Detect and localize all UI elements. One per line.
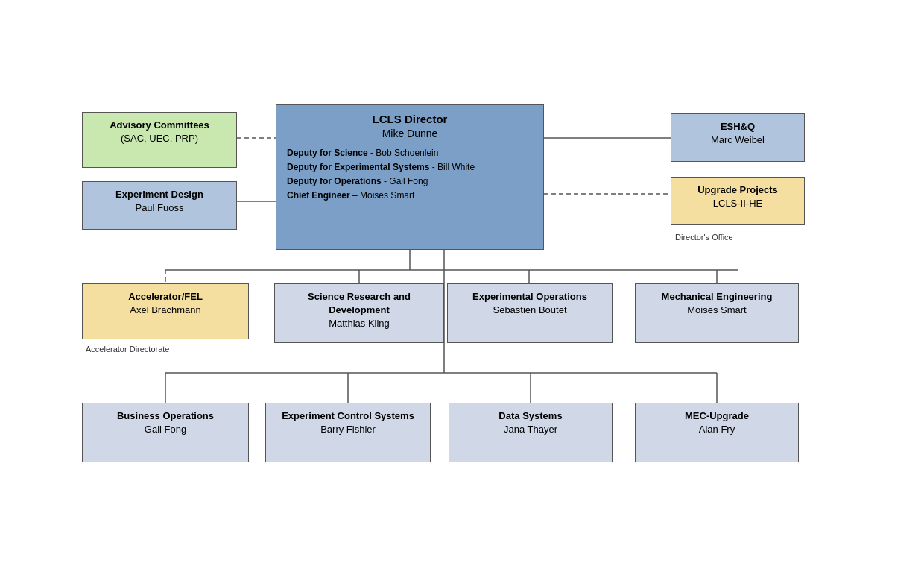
lcls-director-box: LCLS Director Mike Dunne Deputy for Scie… — [276, 104, 544, 250]
science-research-title: Science Research and Development — [282, 290, 436, 317]
accelerator-fel-subtitle: Axel Brachmann — [90, 304, 241, 317]
experimental-operations-title: Experimental Operations — [455, 290, 604, 304]
mec-upgrade-subtitle: Alan Fry — [643, 423, 791, 436]
eshq-subtitle: Marc Weibel — [679, 133, 797, 147]
mechanical-engineering-box: Mechanical Engineering Moises Smart — [635, 283, 799, 343]
experimental-operations-box: Experimental Operations Sebastien Boutet — [447, 283, 613, 343]
data-systems-title: Data Systems — [457, 409, 604, 423]
advisory-committees-title: Advisory Committees — [90, 119, 229, 132]
advisory-committees-subtitle: (SAC, UEC, PRP) — [90, 132, 229, 145]
science-research-subtitle: Matthias Kling — [282, 317, 436, 330]
lcls-director-name: Mike Dunne — [284, 127, 536, 142]
mechanical-engineering-title: Mechanical Engineering — [643, 290, 791, 304]
org-chart: Advisory Committees (SAC, UEC, PRP) Expe… — [0, 0, 924, 578]
accelerator-fel-box: Accelerator/FEL Axel Brachmann — [82, 283, 249, 339]
business-operations-box: Business Operations Gail Fong — [82, 403, 249, 462]
eshq-box: ESH&Q Marc Weibel — [671, 113, 805, 162]
mec-upgrade-box: MEC-Upgrade Alan Fry — [635, 403, 799, 462]
mec-upgrade-title: MEC-Upgrade — [643, 409, 791, 423]
upgrade-projects-title: Upgrade Projects — [679, 183, 797, 197]
accelerator-directorate-label: Accelerator Directorate — [86, 345, 170, 354]
mechanical-engineering-subtitle: Moises Smart — [643, 304, 791, 317]
science-research-box: Science Research and Development Matthia… — [274, 283, 444, 343]
business-operations-title: Business Operations — [90, 409, 241, 423]
experiment-design-title: Experiment Design — [90, 188, 229, 201]
experiment-design-subtitle: Paul Fuoss — [90, 201, 229, 215]
experiment-control-subtitle: Barry Fishler — [273, 423, 423, 436]
experiment-design-box: Experiment Design Paul Fuoss — [82, 181, 237, 230]
data-systems-subtitle: Jana Thayer — [457, 423, 604, 436]
accelerator-fel-title: Accelerator/FEL — [90, 290, 241, 304]
directors-office-label: Director's Office — [675, 233, 733, 242]
lcls-director-deputies: Deputy for Science - Bob Schoenlein Depu… — [284, 146, 536, 204]
advisory-committees-box: Advisory Committees (SAC, UEC, PRP) — [82, 112, 237, 168]
experimental-operations-subtitle: Sebastien Boutet — [455, 304, 604, 317]
upgrade-projects-subtitle: LCLS-II-HE — [679, 197, 797, 210]
eshq-title: ESH&Q — [679, 120, 797, 133]
experiment-control-title: Experiment Control Systems — [273, 409, 423, 423]
lcls-director-title: LCLS Director — [284, 111, 536, 127]
business-operations-subtitle: Gail Fong — [90, 423, 241, 436]
upgrade-projects-box: Upgrade Projects LCLS-II-HE — [671, 177, 805, 225]
experiment-control-box: Experiment Control Systems Barry Fishler — [265, 403, 431, 462]
data-systems-box: Data Systems Jana Thayer — [449, 403, 613, 462]
